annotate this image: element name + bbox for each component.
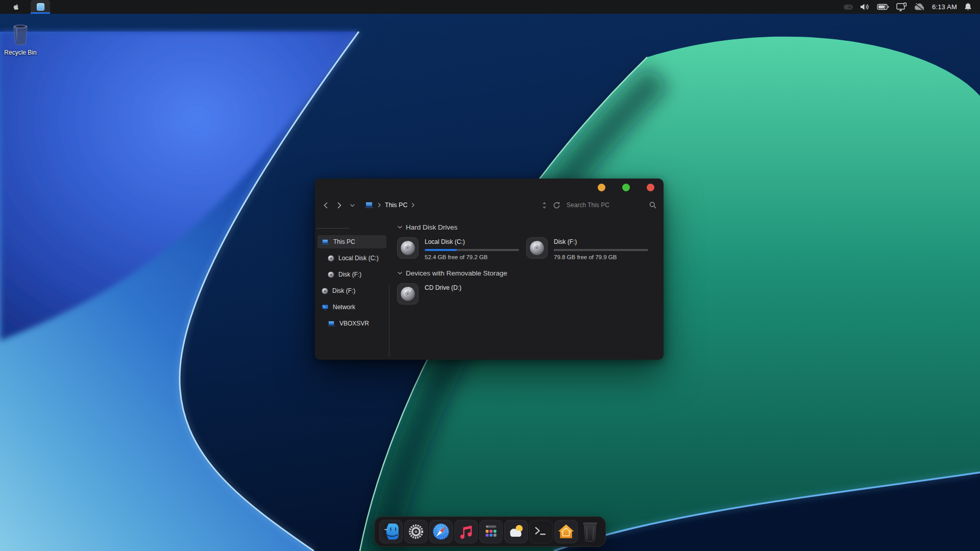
dock-item-weather[interactable]	[504, 520, 528, 543]
forward-button[interactable]	[332, 198, 346, 212]
active-app-indicator	[31, 12, 50, 14]
trash-icon	[581, 521, 599, 542]
dock-item-terminal[interactable]	[529, 520, 553, 543]
disk-icon	[328, 255, 334, 262]
menu-bar-clock[interactable]: 6:13 AM	[932, 3, 957, 11]
breadcrumb: This PC	[365, 202, 415, 209]
dock-item-safari[interactable]	[429, 520, 453, 543]
drive-cd-drive-d[interactable]: CD Drive (D:)	[397, 283, 526, 305]
pc-icon	[322, 239, 329, 245]
this-pc-icon	[365, 202, 374, 209]
breadcrumb-chevron-icon	[377, 203, 381, 208]
zoom-button[interactable]	[622, 184, 630, 191]
menu-bar: 6:13 AM	[0, 0, 980, 14]
dock-item-home[interactable]	[554, 520, 578, 543]
minimize-button[interactable]	[598, 184, 605, 191]
section-header-hard-disk-drives[interactable]: Hard Disk Drives	[397, 223, 664, 231]
navigation-toolbar: This PC	[315, 196, 664, 214]
sidebar-item-vboxsvr[interactable]: VBOXSVR	[317, 317, 386, 330]
breadcrumb-location[interactable]: This PC	[385, 202, 407, 209]
notification-bell-icon[interactable]	[964, 0, 972, 14]
drive-icon	[397, 237, 419, 259]
drive-local-disk-c[interactable]: Local Disk (C:) 52.4 GB free of 79.2 GB	[397, 237, 526, 260]
weather-icon	[506, 521, 526, 542]
drive-name: Disk (F:)	[554, 238, 648, 245]
dock-item-music[interactable]	[454, 520, 478, 543]
recycle-bin-label: Recycle Bin	[2, 49, 39, 56]
drive-usage-bar	[554, 249, 648, 251]
section-title: Devices with Removable Storage	[406, 269, 507, 277]
active-app-button[interactable]	[31, 0, 50, 14]
breadcrumb-chevron-icon	[411, 203, 415, 208]
window-titlebar[interactable]	[315, 179, 664, 196]
sidebar-item-disk-f-2[interactable]: Disk (F:)	[317, 284, 386, 297]
sidebar-item-local-disk-c[interactable]: Local Disk (C:)	[317, 252, 386, 265]
apple-menu-icon[interactable]	[8, 0, 23, 14]
dock-item-system-settings[interactable]	[404, 520, 428, 543]
cloud-offline-icon[interactable]	[914, 0, 925, 14]
sidebar-item-disk-f[interactable]: Disk (F:)	[317, 268, 386, 281]
drive-usage-bar	[425, 249, 519, 251]
sidebar-item-this-pc[interactable]: This PC	[317, 235, 386, 248]
sidebar-content-divider[interactable]	[389, 285, 389, 357]
drive-icon	[397, 283, 419, 305]
sidebar-item-label: This PC	[333, 238, 355, 245]
sidebar-item-label: Disk (F:)	[338, 271, 361, 278]
sort-toggle-icon[interactable]	[542, 202, 547, 209]
recycle-bin-icon	[9, 20, 32, 46]
dock-item-finder[interactable]	[379, 520, 403, 543]
gear-icon	[406, 521, 426, 542]
refresh-icon[interactable]	[553, 202, 560, 209]
sidebar-item-label: VBOXSVR	[339, 320, 369, 327]
desktop-screen: 6:13 AM Recycle Bin	[0, 0, 980, 551]
sidebar-item-network[interactable]: Network	[317, 300, 386, 314]
launchpad-icon	[481, 521, 501, 542]
volume-icon[interactable]	[860, 0, 870, 14]
section-header-removable-storage[interactable]: Devices with Removable Storage	[397, 269, 664, 277]
sidebar: This PC Local Disk (C:) Disk (F:) Disk (…	[315, 214, 389, 360]
finder-icon	[381, 521, 401, 542]
recent-locations-dropdown[interactable]	[346, 198, 359, 212]
sidebar-item-label: Network	[333, 304, 355, 311]
drive-usage-fill	[554, 249, 554, 251]
drive-name: Local Disk (C:)	[425, 238, 519, 245]
safari-icon	[431, 521, 451, 542]
display-network-icon[interactable]	[896, 0, 907, 14]
disk-icon	[328, 271, 334, 278]
hidden-items-icon[interactable]	[844, 0, 853, 14]
file-explorer-window: This PC This PC	[315, 179, 664, 360]
back-button[interactable]	[319, 198, 332, 212]
search-input[interactable]	[567, 202, 643, 209]
network-icon	[322, 304, 329, 311]
chevron-down-icon	[397, 270, 403, 276]
drive-usage-fill	[425, 249, 457, 251]
sidebar-separator	[316, 228, 350, 229]
drive-free-space: 79.8 GB free of 79.9 GB	[554, 254, 648, 260]
battery-icon[interactable]	[877, 0, 889, 14]
drive-name: CD Drive (D:)	[425, 284, 461, 291]
recycle-bin-desktop-icon[interactable]: Recycle Bin	[2, 20, 39, 56]
sidebar-item-label: Local Disk (C:)	[338, 255, 379, 262]
search-icon[interactable]	[649, 202, 656, 209]
pc-icon	[328, 320, 335, 327]
dock-item-launchpad[interactable]	[479, 520, 503, 543]
dock	[374, 516, 606, 547]
disk-icon	[322, 288, 328, 294]
music-note-icon	[456, 521, 476, 542]
chevron-down-icon	[397, 224, 403, 230]
home-icon	[556, 521, 576, 542]
drive-icon	[526, 237, 548, 259]
drive-free-space: 52.4 GB free of 79.2 GB	[425, 254, 519, 260]
drives-content: Hard Disk Drives Local Disk (C:) 52.4 GB	[389, 214, 664, 360]
drive-disk-f[interactable]: Disk (F:) 79.8 GB free of 79.9 GB	[526, 237, 655, 260]
sidebar-item-label: Disk (F:)	[332, 287, 355, 294]
section-title: Hard Disk Drives	[406, 223, 457, 231]
terminal-icon	[531, 521, 551, 542]
close-button[interactable]	[647, 184, 654, 191]
dock-item-trash[interactable]	[579, 520, 601, 543]
file-explorer-app-icon	[37, 3, 44, 11]
